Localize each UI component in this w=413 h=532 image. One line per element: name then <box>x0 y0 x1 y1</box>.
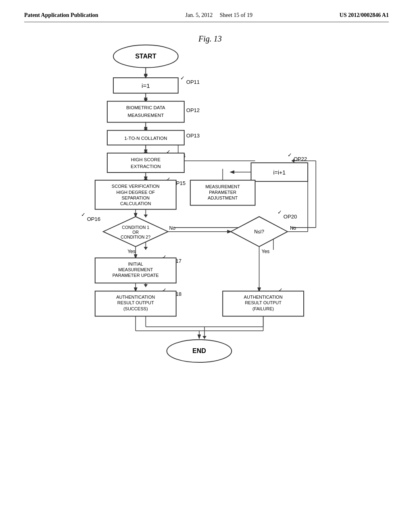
svg-marker-20 <box>202 336 206 339</box>
svg-rect-53 <box>107 153 184 172</box>
svg-text:i=i+1: i=i+1 <box>273 169 286 176</box>
svg-text:HIGH SCORE: HIGH SCORE <box>131 157 161 162</box>
date-label: Jan. 5, 2012 <box>186 12 213 18</box>
svg-text:Yes: Yes <box>127 249 136 254</box>
svg-marker-15 <box>144 284 148 287</box>
svg-text:MEASUREMENT: MEASUREMENT <box>118 267 153 272</box>
svg-text:ADJUSTMENT: ADJUSTMENT <box>208 195 238 200</box>
publication-label: Patent Application Publication <box>24 12 98 19</box>
page: Patent Application Publication Jan. 5, 2… <box>0 0 413 532</box>
svg-text:OR: OR <box>132 230 139 235</box>
date-sheet-label: Jan. 5, 2012 Sheet 15 of 19 <box>186 12 252 19</box>
svg-text:MEASUREMENT: MEASUREMENT <box>127 113 164 118</box>
svg-text:✓: ✓ <box>277 209 282 215</box>
svg-text:No: No <box>169 225 176 231</box>
svg-text:END: END <box>192 347 206 354</box>
patent-number-label: US 2012/0002846 A1 <box>340 12 389 19</box>
svg-text:SEPARATION: SEPARATION <box>121 195 150 200</box>
svg-text:INITIAL: INITIAL <box>128 262 143 266</box>
svg-text:✓: ✓ <box>288 152 292 158</box>
svg-text:OP20: OP20 <box>284 214 297 220</box>
svg-text:Yes: Yes <box>262 249 270 254</box>
svg-text:OP16: OP16 <box>87 216 100 222</box>
svg-text:START: START <box>135 52 156 60</box>
svg-text:AUTHENTICATION: AUTHENTICATION <box>244 295 283 299</box>
svg-text:RESULT OUTPUT: RESULT OUTPUT <box>117 300 154 305</box>
flowchart-svg: START OP11 ✓ i=1 OP12 ✓ BIOMETRIC DATA M… <box>24 30 389 494</box>
svg-text:OP11: OP11 <box>186 79 200 85</box>
svg-marker-13 <box>144 247 148 250</box>
svg-text:CONDITION 2?: CONDITION 2? <box>121 235 150 239</box>
svg-text:N≤i?: N≤i? <box>254 229 264 235</box>
svg-text:CONDITION 1: CONDITION 1 <box>122 225 149 230</box>
svg-text:1-TO-N COLLATION: 1-TO-N COLLATION <box>124 136 167 141</box>
sheet-label: Sheet 15 of 19 <box>220 12 252 18</box>
svg-text:EXTRACTION: EXTRACTION <box>131 164 161 169</box>
svg-text:(SUCCESS): (SUCCESS) <box>123 306 148 311</box>
svg-text:RESULT OUTPUT: RESULT OUTPUT <box>245 300 282 305</box>
svg-text:i=1: i=1 <box>142 82 150 89</box>
svg-rect-42 <box>107 101 184 122</box>
page-header: Patent Application Publication Jan. 5, 2… <box>24 12 389 22</box>
diagram-area: Fig. 13 <box>24 30 389 494</box>
svg-text:MEASUREMENT: MEASUREMENT <box>205 184 240 189</box>
svg-text:PARAMETER UPDATE: PARAMETER UPDATE <box>113 273 159 278</box>
svg-text:✓: ✓ <box>81 212 86 218</box>
svg-text:CALCULATION: CALCULATION <box>120 201 151 206</box>
svg-text:OP12: OP12 <box>186 107 200 113</box>
svg-text:HIGH DEGREE OF: HIGH DEGREE OF <box>116 190 155 195</box>
svg-text:AUTHENTICATION: AUTHENTICATION <box>116 295 155 299</box>
svg-marker-11 <box>144 214 148 217</box>
svg-text:PARAMETER: PARAMETER <box>209 190 236 195</box>
svg-text:BIOMETRIC DATA: BIOMETRIC DATA <box>126 105 165 110</box>
svg-text:✓: ✓ <box>180 75 185 81</box>
svg-text:OP13: OP13 <box>186 133 200 139</box>
svg-text:(FAILURE): (FAILURE) <box>252 306 274 311</box>
svg-text:SCORE VERIFICATION: SCORE VERIFICATION <box>112 184 160 189</box>
svg-text:No: No <box>290 225 296 231</box>
svg-text:OP22: OP22 <box>294 156 307 162</box>
